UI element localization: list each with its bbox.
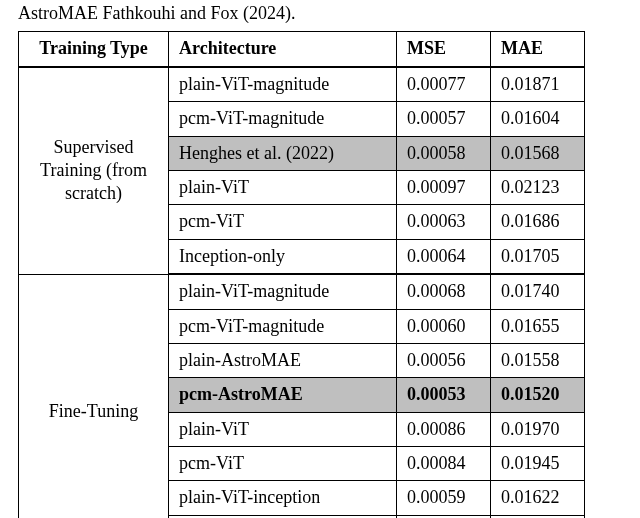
mae-cell: 0.01945 — [491, 447, 585, 481]
mae-cell: 0.01705 — [491, 239, 585, 274]
header-architecture: Architecture — [169, 32, 397, 67]
architecture-cell: plain-ViT — [169, 170, 397, 204]
table-row: Supervised Training (from scratch)plain-… — [19, 67, 585, 102]
mse-cell: 0.00077 — [397, 67, 491, 102]
table-header-row: Training Type Architecture MSE MAE — [19, 32, 585, 67]
mse-cell: 0.00058 — [397, 136, 491, 170]
results-table: Training Type Architecture MSE MAE Super… — [18, 31, 585, 518]
architecture-cell: pcm-ViT — [169, 205, 397, 239]
architecture-cell: plain-AstroMAE — [169, 343, 397, 377]
mae-cell: 0.01604 — [491, 102, 585, 136]
architecture-cell: plain-ViT-magnitude — [169, 67, 397, 102]
mae-cell: 0.01520 — [491, 378, 585, 412]
architecture-cell: plain-ViT-magnitude — [169, 274, 397, 309]
mse-cell: 0.00059 — [397, 481, 491, 515]
mse-cell: 0.00068 — [397, 274, 491, 309]
mae-cell: 0.01655 — [491, 309, 585, 343]
mse-cell: 0.00056 — [397, 343, 491, 377]
mae-cell: 0.01970 — [491, 412, 585, 446]
architecture-cell: pcm-ViT-magnitude — [169, 309, 397, 343]
architecture-cell: pcm-ViT — [169, 447, 397, 481]
architecture-cell: plain-ViT — [169, 412, 397, 446]
mae-cell: 0.01686 — [491, 205, 585, 239]
table-body: Supervised Training (from scratch)plain-… — [19, 67, 585, 518]
architecture-cell: plain-ViT-inception — [169, 481, 397, 515]
training-type-cell: Supervised Training (from scratch) — [19, 67, 169, 274]
table-row: Fine-Tuningplain-ViT-magnitude0.000680.0… — [19, 274, 585, 309]
mse-cell: 0.00064 — [397, 239, 491, 274]
mse-cell: 0.00086 — [397, 412, 491, 446]
architecture-cell: pcm-AstroMAE — [169, 378, 397, 412]
mae-cell: 0.01622 — [491, 481, 585, 515]
header-training-type: Training Type — [19, 32, 169, 67]
mae-cell: 0.01871 — [491, 67, 585, 102]
header-mae: MAE — [491, 32, 585, 67]
table-caption-fragment: AstroMAE Fathkouhi and Fox (2024). — [18, 0, 622, 31]
architecture-cell: Henghes et al. (2022) — [169, 136, 397, 170]
mse-cell: 0.00060 — [397, 309, 491, 343]
mse-cell: 0.00057 — [397, 102, 491, 136]
architecture-cell: pcm-ViT-magnitude — [169, 102, 397, 136]
mse-cell: 0.00063 — [397, 205, 491, 239]
mae-cell: 0.01568 — [491, 136, 585, 170]
mse-cell: 0.00097 — [397, 170, 491, 204]
training-type-cell: Fine-Tuning — [19, 274, 169, 518]
mae-cell: 0.02123 — [491, 170, 585, 204]
mae-cell: 0.01740 — [491, 274, 585, 309]
mse-cell: 0.00084 — [397, 447, 491, 481]
page-container: AstroMAE Fathkouhi and Fox (2024). Train… — [0, 0, 640, 518]
header-mse: MSE — [397, 32, 491, 67]
architecture-cell: Inception-only — [169, 239, 397, 274]
mae-cell: 0.01558 — [491, 343, 585, 377]
mse-cell: 0.00053 — [397, 378, 491, 412]
